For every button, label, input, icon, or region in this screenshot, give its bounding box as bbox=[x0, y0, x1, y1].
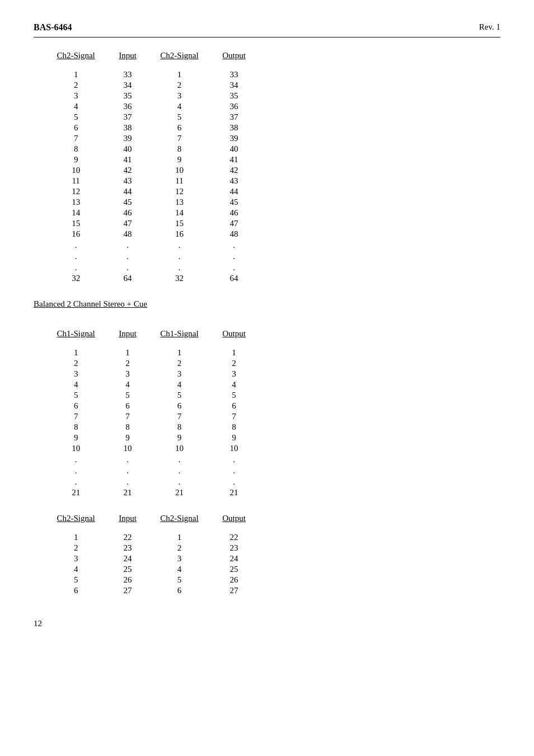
dot: . bbox=[107, 454, 148, 465]
cell: 9 bbox=[107, 433, 148, 443]
cell: 3 bbox=[45, 553, 107, 564]
cell: 44 bbox=[107, 186, 148, 197]
s2-ch1-col3-header: Ch1-Signal bbox=[148, 329, 210, 343]
cell: 5 bbox=[45, 575, 107, 585]
cell: 6 bbox=[148, 585, 210, 596]
cell: 1 bbox=[210, 348, 257, 358]
cell: 7 bbox=[45, 411, 107, 422]
cell: 9 bbox=[210, 433, 257, 443]
cell: 64 bbox=[107, 273, 148, 284]
cell: 9 bbox=[45, 154, 107, 165]
page-number: 12 bbox=[34, 619, 42, 628]
cell: 10 bbox=[210, 443, 257, 454]
cell: 2 bbox=[148, 358, 210, 369]
dot: . bbox=[210, 240, 257, 251]
table-row: 10 10 10 10 bbox=[45, 443, 257, 454]
cell: 32 bbox=[45, 273, 107, 284]
table-row: 7 39 7 39 bbox=[45, 133, 257, 144]
cell: 5 bbox=[210, 390, 257, 401]
table-row: 3 35 3 35 bbox=[45, 91, 257, 101]
cell: 14 bbox=[148, 208, 210, 218]
table-row: 4 36 4 36 bbox=[45, 101, 257, 112]
cell: 21 bbox=[45, 487, 107, 498]
section2-title-container: Balanced 2 Channel Stereo + Cue bbox=[34, 299, 500, 318]
cell: 12 bbox=[148, 186, 210, 197]
cell: 48 bbox=[210, 229, 257, 240]
cell: 34 bbox=[210, 80, 257, 91]
cell: 64 bbox=[210, 273, 257, 284]
dot: . bbox=[45, 251, 107, 262]
table-row: 3 3 3 3 bbox=[45, 369, 257, 379]
cell: 41 bbox=[210, 154, 257, 165]
cell: 6 bbox=[45, 401, 107, 411]
section2-ch2-table: Ch2-Signal Input Ch2-Signal Output 1 22 … bbox=[45, 514, 257, 596]
section2-ch1-container: Ch1-Signal Input Ch1-Signal Output 1 1 1… bbox=[34, 329, 500, 498]
table-row: 1 33 1 33 bbox=[45, 69, 257, 80]
cell: 24 bbox=[210, 553, 257, 564]
cell: 2 bbox=[210, 358, 257, 369]
cell: 45 bbox=[107, 197, 148, 208]
cell: 35 bbox=[107, 91, 148, 101]
cell: 10 bbox=[45, 443, 107, 454]
cell: 3 bbox=[148, 91, 210, 101]
cell: 41 bbox=[107, 154, 148, 165]
cell: 9 bbox=[148, 433, 210, 443]
cell: 10 bbox=[148, 165, 210, 176]
table-row: 2 34 2 34 bbox=[45, 80, 257, 91]
cell: 3 bbox=[148, 553, 210, 564]
cell: 36 bbox=[210, 101, 257, 112]
dot: . bbox=[107, 465, 148, 476]
s2-ch2-col2-header: Input bbox=[107, 514, 148, 528]
cell: 47 bbox=[107, 218, 148, 229]
s1-col3-header: Ch2-Signal bbox=[148, 51, 210, 65]
dot: . bbox=[45, 465, 107, 476]
cell: 2 bbox=[45, 80, 107, 91]
cell: 4 bbox=[148, 101, 210, 112]
cell: 25 bbox=[210, 564, 257, 575]
cell: 13 bbox=[148, 197, 210, 208]
cell: 15 bbox=[45, 218, 107, 229]
dot: . bbox=[148, 465, 210, 476]
cell: 45 bbox=[210, 197, 257, 208]
cell: 11 bbox=[148, 176, 210, 186]
cell: 7 bbox=[210, 411, 257, 422]
table-row: 9 9 9 9 bbox=[45, 433, 257, 443]
cell: 2 bbox=[45, 543, 107, 553]
cell: 3 bbox=[45, 91, 107, 101]
cell: 9 bbox=[148, 154, 210, 165]
dot: . bbox=[107, 262, 148, 273]
cell: 13 bbox=[45, 197, 107, 208]
cell: 36 bbox=[107, 101, 148, 112]
cell: 8 bbox=[45, 144, 107, 154]
header-rev: Rev. 1 bbox=[479, 22, 500, 32]
table-row: 16 48 16 48 bbox=[45, 229, 257, 240]
cell: 24 bbox=[107, 553, 148, 564]
s2-ch2-col1-header: Ch2-Signal bbox=[45, 514, 107, 528]
cell: 35 bbox=[210, 91, 257, 101]
table-row: 9 41 9 41 bbox=[45, 154, 257, 165]
s1-col1-header: Ch2-Signal bbox=[45, 51, 107, 65]
cell: 1 bbox=[148, 69, 210, 80]
cell: 7 bbox=[45, 133, 107, 144]
cell: 46 bbox=[107, 208, 148, 218]
dot: . bbox=[107, 476, 148, 487]
cell: 4 bbox=[148, 564, 210, 575]
header: BAS-6464 Rev. 1 bbox=[34, 22, 500, 32]
s2-ch1-col2-header: Input bbox=[107, 329, 148, 343]
cell: 2 bbox=[148, 543, 210, 553]
table-row: 2 23 2 23 bbox=[45, 543, 257, 553]
cell: 7 bbox=[107, 411, 148, 422]
table-row: 6 27 6 27 bbox=[45, 585, 257, 596]
cell: 47 bbox=[210, 218, 257, 229]
cell: 32 bbox=[148, 273, 210, 284]
cell: 37 bbox=[107, 112, 148, 123]
dot: . bbox=[210, 476, 257, 487]
dots-row: . . . . bbox=[45, 465, 257, 476]
cell: 38 bbox=[107, 123, 148, 133]
cell: 2 bbox=[107, 358, 148, 369]
section1-table: Ch2-Signal Input Ch2-Signal Output 1 33 … bbox=[45, 51, 257, 284]
cell: 38 bbox=[210, 123, 257, 133]
table-row: 1 22 1 22 bbox=[45, 532, 257, 543]
cell: 48 bbox=[107, 229, 148, 240]
table-row: 2 2 2 2 bbox=[45, 358, 257, 369]
